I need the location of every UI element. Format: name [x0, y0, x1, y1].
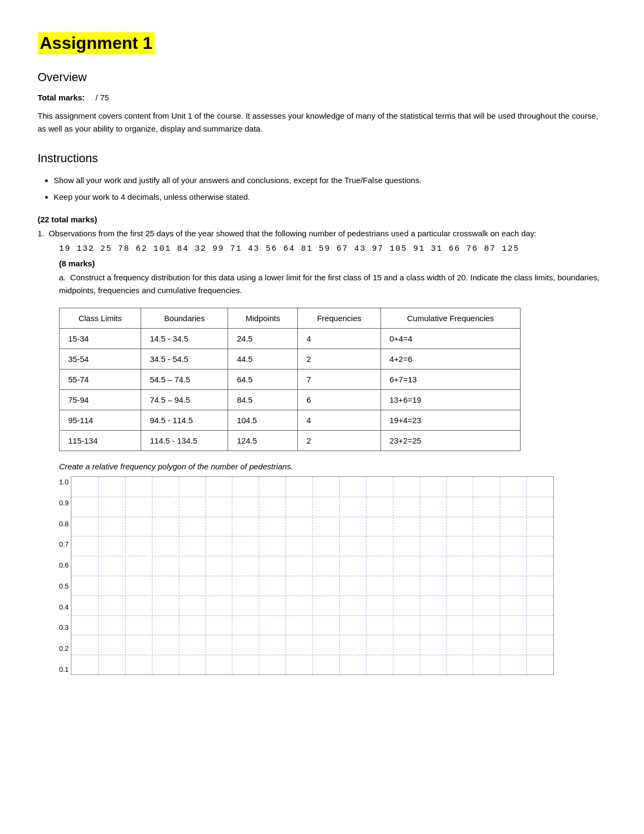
grid-line-vertical	[259, 477, 259, 675]
y-axis-label: 0.2	[59, 645, 69, 652]
table-cell-r0-c3: 4	[298, 329, 380, 349]
table-cell-r2-c1: 54.5 – 74.5	[141, 369, 228, 390]
table-cell-r2-c2: 64.5	[228, 369, 298, 390]
y-axis-label: 0.5	[59, 583, 69, 590]
grid-line-vertical	[206, 477, 206, 675]
table-cell-r5-c2: 124.5	[228, 431, 298, 451]
col-header-cumulative: Cumulative Frequencies	[380, 308, 520, 329]
table-cell-r2-c3: 7	[298, 369, 380, 390]
grid-line-vertical	[312, 477, 313, 675]
table-row: 75-9474.5 – 94.584.5613+6=19	[60, 390, 521, 410]
table-header-row: Class Limits Boundaries Midpoints Freque…	[60, 308, 521, 329]
table-cell-r1-c0: 35-54	[60, 349, 141, 369]
table-cell-r1-c1: 34.5 - 54.5	[141, 349, 228, 369]
q1-number: 1.	[38, 229, 49, 238]
y-axis-label: 0.1	[59, 666, 69, 673]
table-row: 35-5434.5 - 54.544.524+2=6	[60, 349, 521, 369]
table-cell-r1-c3: 2	[298, 349, 380, 369]
table-cell-r2-c0: 55-74	[60, 369, 141, 390]
instructions-list: Show all your work and justify all of yo…	[54, 173, 606, 204]
table-cell-r5-c4: 23+2=25	[380, 431, 520, 451]
grid-line-vertical	[339, 477, 340, 675]
y-axis-label: 0.6	[59, 562, 69, 569]
table-cell-r4-c0: 95-114	[60, 410, 141, 431]
table-cell-r3-c1: 74.5 – 94.5	[141, 390, 228, 410]
table-cell-r4-c3: 4	[298, 410, 380, 431]
table-cell-r3-c2: 84.5	[228, 390, 298, 410]
table-cell-r1-c2: 44.5	[228, 349, 298, 369]
grid-line-vertical	[526, 477, 527, 675]
instruction-item-1: Show all your work and justify all of yo…	[54, 173, 606, 187]
grid-line-vertical	[98, 477, 99, 675]
y-axis-labels: 1.00.90.80.70.60.50.40.30.20.1	[59, 476, 69, 675]
table-cell-r3-c3: 6	[298, 390, 380, 410]
sub-a-label: a.	[59, 273, 70, 282]
frequency-table-container: Class Limits Boundaries Midpoints Freque…	[59, 308, 606, 451]
grid-line-vertical	[179, 477, 179, 675]
y-axis-label: 0.7	[59, 541, 69, 548]
table-row: 15-3414.5 - 34.524.540+4=4	[60, 329, 521, 349]
sub-question-a: a. Construct a frequency distribution fo…	[59, 271, 606, 297]
total-marks-label: Total marks:	[38, 93, 85, 102]
grid-line-vertical	[447, 477, 447, 675]
grid-line-vertical	[286, 477, 286, 675]
grid-line-vertical	[500, 477, 500, 675]
table-cell-r3-c4: 13+6=19	[380, 390, 520, 410]
question-1-text: 1. Observations from the first 25 days o…	[38, 227, 606, 240]
y-axis-label: 1.0	[59, 478, 69, 485]
page-title: Assignment 1	[38, 32, 155, 54]
table-cell-r3-c0: 75-94	[60, 390, 141, 410]
total-marks-note: (22 total marks)	[38, 215, 606, 224]
grid-line-vertical	[152, 477, 152, 675]
table-cell-r5-c1: 114.5 - 134.5	[141, 431, 228, 451]
y-axis-label: 0.4	[59, 604, 69, 611]
total-marks-value: / 75	[96, 93, 109, 102]
table-cell-r1-c4: 4+2=6	[380, 349, 520, 369]
sub-a-text: Construct a frequency distribution for t…	[59, 273, 599, 295]
total-marks-row: Total marks: / 75	[38, 93, 606, 102]
grid-line-vertical	[420, 477, 420, 675]
instruction-item-2: Keep your work to 4 decimals, unless oth…	[54, 190, 606, 204]
overview-description: This assignment covers content from Unit…	[38, 110, 606, 135]
sub-marks: (8 marks)	[59, 259, 606, 268]
table-row: 95-11494.5 - 114.5104.5419+4=23	[60, 410, 521, 431]
grid-line-vertical	[473, 477, 473, 675]
grid-line-vertical	[366, 477, 367, 675]
overview-heading: Overview	[38, 70, 606, 84]
col-header-midpoints: Midpoints	[228, 308, 298, 329]
col-header-boundaries: Boundaries	[141, 308, 228, 329]
grid-line-vertical	[125, 477, 126, 675]
table-cell-r4-c2: 104.5	[228, 410, 298, 431]
table-cell-r5-c0: 115-134	[60, 431, 141, 451]
col-header-class-limits: Class Limits	[60, 308, 141, 329]
table-cell-r0-c1: 14.5 - 34.5	[141, 329, 228, 349]
table-cell-r0-c2: 24.5	[228, 329, 298, 349]
q1-description: Observations from the first 25 days of t…	[49, 229, 537, 238]
graph-grid	[71, 476, 554, 675]
table-cell-r4-c1: 94.5 - 114.5	[141, 410, 228, 431]
y-axis-label: 0.3	[59, 624, 69, 631]
grid-line-vertical	[393, 477, 393, 675]
graph-wrapper: Create a relative frequency polygon of t…	[59, 462, 606, 675]
frequency-table: Class Limits Boundaries Midpoints Freque…	[59, 308, 521, 451]
table-cell-r2-c4: 6+7=13	[380, 369, 520, 390]
table-cell-r4-c4: 19+4=23	[380, 410, 520, 431]
y-axis-label: 0.9	[59, 499, 69, 506]
table-cell-r5-c3: 2	[298, 431, 380, 451]
table-row: 55-7454.5 – 74.564.576+7=13	[60, 369, 521, 390]
table-row: 115-134114.5 - 134.5124.5223+2=25	[60, 431, 521, 451]
graph-caption: Create a relative frequency polygon of t…	[59, 462, 606, 471]
y-axis-label: 0.8	[59, 520, 69, 527]
table-cell-r0-c0: 15-34	[60, 329, 141, 349]
graph-area: 1.00.90.80.70.60.50.40.30.20.1	[59, 476, 606, 675]
grid-line-vertical	[232, 477, 232, 675]
col-header-frequencies: Frequencies	[298, 308, 380, 329]
instructions-heading: Instructions	[38, 151, 606, 165]
table-cell-r0-c4: 0+4=4	[380, 329, 520, 349]
grid-lines	[71, 477, 553, 675]
data-values: 19 132 25 78 62 101 84 32 99 71 43 56 64…	[59, 244, 606, 253]
